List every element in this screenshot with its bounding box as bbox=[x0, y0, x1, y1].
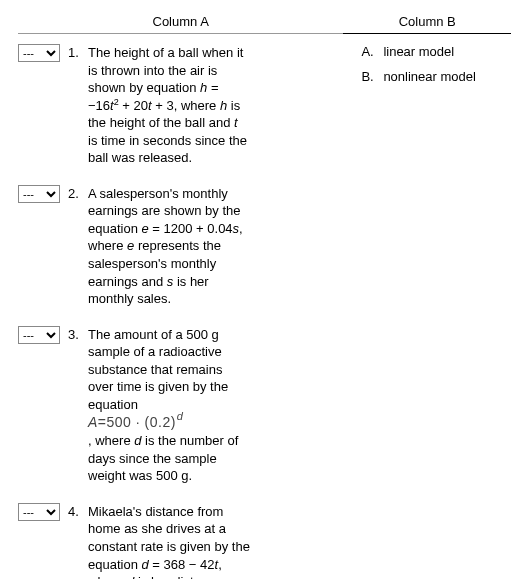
question-number: 4. bbox=[68, 503, 88, 519]
column-a: --- 1. The height of a ball when it is t… bbox=[18, 44, 343, 579]
question-number: 3. bbox=[68, 326, 88, 342]
column-headers: Column A Column B bbox=[18, 14, 511, 34]
answer-option-a: A. linear model bbox=[361, 44, 511, 59]
question-number: 2. bbox=[68, 185, 88, 201]
question-text: Mikaela's distance from home as she driv… bbox=[88, 503, 343, 579]
answer-option-b: B. nonlinear model bbox=[361, 69, 511, 84]
column-b: A. linear model B. nonlinear model bbox=[343, 44, 511, 579]
equation: A=500 · (0.2)d bbox=[88, 414, 182, 430]
answer-letter: B. bbox=[361, 69, 383, 84]
question-row-4: --- 4. Mikaela's distance from home as s… bbox=[18, 503, 343, 579]
question-text: A salesperson's monthly earnings are sho… bbox=[88, 185, 343, 308]
question-row-1: --- 1. The height of a ball when it is t… bbox=[18, 44, 343, 167]
question-row-3: --- 3. The amount of a 500 g sample of a… bbox=[18, 326, 343, 485]
answer-letter: A. bbox=[361, 44, 383, 59]
answer-select-q2[interactable]: --- bbox=[18, 185, 60, 203]
answer-select-q1[interactable]: --- bbox=[18, 44, 60, 62]
header-column-a: Column A bbox=[18, 14, 343, 34]
answer-select-q4[interactable]: --- bbox=[18, 503, 60, 521]
question-text: The amount of a 500 g sample of a radioa… bbox=[88, 326, 343, 485]
answer-text: linear model bbox=[383, 44, 454, 59]
question-number: 1. bbox=[68, 44, 88, 60]
answer-select-q3[interactable]: --- bbox=[18, 326, 60, 344]
question-row-2: --- 2. A salesperson's monthly earnings … bbox=[18, 185, 343, 308]
header-column-b: Column B bbox=[343, 14, 511, 34]
answer-text: nonlinear model bbox=[383, 69, 476, 84]
question-text: The height of a ball when it is thrown i… bbox=[88, 44, 343, 167]
